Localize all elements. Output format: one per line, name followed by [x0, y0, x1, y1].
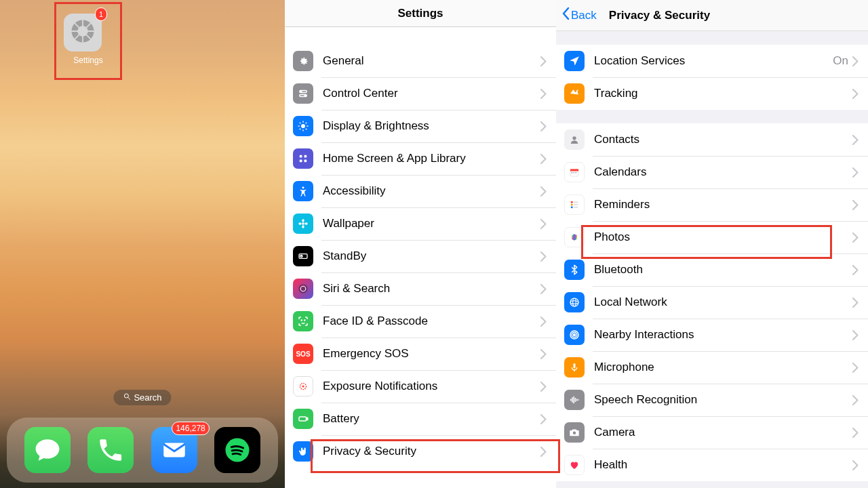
- row-label: StandBy: [323, 249, 540, 263]
- siri-icon: [293, 279, 313, 299]
- clock-icon: [293, 246, 313, 266]
- chevron-right-icon: [540, 186, 547, 197]
- settings-row-siri[interactable]: Siri & Search: [285, 272, 556, 305]
- battery-icon: [293, 409, 313, 429]
- svg-line-21: [306, 123, 307, 124]
- svg-rect-50: [574, 172, 575, 174]
- svg-point-45: [576, 89, 578, 91]
- settings-row-exposure[interactable]: Exposure Notifications: [285, 370, 556, 403]
- svg-rect-48: [570, 169, 578, 171]
- settings-row-wallpaper[interactable]: Wallpaper: [285, 207, 556, 240]
- settings-app-label: Settings: [54, 56, 122, 65]
- phone-app[interactable]: [87, 427, 134, 473]
- privacy-row-contacts[interactable]: Contacts: [556, 123, 868, 156]
- chevron-right-icon: [852, 200, 859, 210]
- row-label: Emergency SOS: [323, 347, 540, 361]
- messages-app[interactable]: [24, 427, 71, 473]
- privacy-row-reminders[interactable]: Reminders: [556, 188, 868, 221]
- row-label: Tracking: [594, 87, 852, 100]
- svg-point-6: [124, 394, 128, 398]
- settings-row-home-screen[interactable]: Home Screen & App Library: [285, 142, 556, 175]
- svg-point-13: [304, 95, 306, 96]
- chevron-right-icon: [852, 363, 859, 373]
- svg-point-12: [300, 91, 302, 92]
- chevron-right-icon: [540, 251, 547, 262]
- row-label: Battery: [323, 412, 540, 426]
- privacy-row-tracking[interactable]: Tracking: [556, 77, 868, 110]
- svg-line-20: [306, 129, 307, 130]
- search-label: Search: [134, 392, 161, 403]
- privacy-row-location[interactable]: Location ServicesOn: [556, 45, 868, 77]
- settings-row-display[interactable]: Display & Brightness: [285, 110, 556, 142]
- svg-point-30: [302, 225, 304, 228]
- svg-point-39: [301, 320, 302, 321]
- row-label: Local Network: [594, 296, 852, 309]
- spotlight-search[interactable]: Search: [113, 390, 171, 405]
- chevron-right-icon: [852, 460, 859, 470]
- chevron-right-icon: [540, 317, 547, 327]
- svg-line-19: [300, 123, 301, 124]
- settings-row-general[interactable]: General: [285, 45, 556, 77]
- exposure-icon: [293, 376, 313, 396]
- settings-list: General Control Center Display & Brightn…: [285, 45, 556, 468]
- row-label: Display & Brightness: [323, 119, 540, 133]
- chevron-right-icon: [540, 414, 547, 424]
- privacy-row-calendars[interactable]: Calendars: [556, 156, 868, 188]
- settings-row-sos[interactable]: SOSEmergency SOS: [285, 338, 556, 370]
- chevron-right-icon: [852, 135, 859, 145]
- spotify-app[interactable]: [214, 427, 260, 473]
- settings-row-faceid[interactable]: Face ID & Passcode: [285, 305, 556, 338]
- settings-title: Settings: [285, 0, 556, 27]
- privacy-row-nearby[interactable]: Nearby Interactions: [556, 319, 868, 351]
- chevron-right-icon: [852, 330, 859, 340]
- bluetooth-icon: [564, 260, 585, 280]
- row-label: Camera: [594, 426, 852, 439]
- settings-row-control-center[interactable]: Control Center: [285, 77, 556, 110]
- row-label: Home Screen & App Library: [323, 152, 540, 165]
- privacy-row-microphone[interactable]: Microphone: [556, 351, 868, 384]
- svg-rect-8: [163, 443, 185, 458]
- chevron-left-icon: [561, 7, 570, 24]
- row-label: Microphone: [594, 361, 852, 374]
- settings-row-accessibility[interactable]: Accessibility: [285, 175, 556, 207]
- svg-rect-23: [300, 155, 302, 158]
- mail-badge: 146,278: [172, 422, 209, 435]
- svg-line-22: [300, 129, 301, 130]
- privacy-row-camera[interactable]: Camera: [556, 416, 868, 449]
- row-label: Wallpaper: [323, 217, 540, 230]
- svg-rect-70: [574, 363, 576, 369]
- svg-rect-43: [299, 417, 307, 421]
- chevron-right-icon: [540, 89, 547, 99]
- privacy-row-local-network[interactable]: Local Network: [556, 286, 868, 319]
- svg-point-65: [570, 301, 578, 304]
- row-value: On: [833, 54, 848, 68]
- svg-rect-44: [307, 418, 308, 420]
- row-label: Speech Recognition: [594, 393, 852, 407]
- settings-app-icon[interactable]: [64, 14, 102, 52]
- settings-row-battery[interactable]: Battery: [285, 403, 556, 435]
- chevron-right-icon: [852, 232, 859, 243]
- svg-rect-25: [300, 160, 302, 163]
- svg-point-54: [571, 206, 573, 208]
- svg-rect-26: [304, 160, 307, 163]
- search-icon: [123, 392, 131, 403]
- home-wallpaper: [0, 0, 285, 488]
- row-label: Calendars: [594, 165, 852, 179]
- home-screen-panel: 1 Settings Search 146,278: [0, 0, 285, 488]
- privacy-row-speech[interactable]: Speech Recognition: [556, 384, 868, 416]
- back-button[interactable]: Back: [561, 7, 597, 24]
- settings-row-standby[interactable]: StandBy: [285, 240, 556, 272]
- privacy-row-health[interactable]: Health: [556, 449, 868, 481]
- chevron-right-icon: [540, 56, 547, 66]
- mail-app[interactable]: 146,278: [151, 427, 197, 473]
- gear-icon: [68, 16, 98, 49]
- chevron-right-icon: [540, 382, 547, 392]
- back-label: Back: [571, 9, 597, 22]
- svg-rect-24: [304, 155, 307, 158]
- privacy-header: Back Privacy & Security: [556, 0, 868, 31]
- svg-point-67: [574, 334, 576, 336]
- svg-point-77: [573, 432, 576, 435]
- highlight-privacy-row: [311, 439, 560, 473]
- svg-point-46: [572, 136, 576, 140]
- chevron-right-icon: [540, 121, 547, 131]
